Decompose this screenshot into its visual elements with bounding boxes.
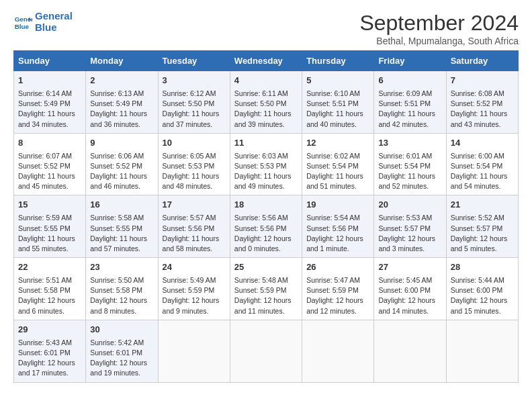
sunset: Sunset: 5:51 PM [378,99,431,107]
sunset: Sunset: 5:56 PM [163,224,215,232]
sunset: Sunset: 5:52 PM [90,162,142,170]
sunset: Sunset: 5:56 PM [306,224,359,232]
sunrise: Sunrise: 5:42 AM [90,338,144,347]
daylight: Daylight: 12 hours and 15 minutes. [451,296,508,314]
daylight: Daylight: 12 hours and 0 minutes. [234,234,292,253]
sunset: Sunset: 6:01 PM [18,349,71,357]
daylight: Daylight: 11 hours and 39 minutes. [234,109,292,128]
sunrise: Sunrise: 6:02 AM [306,152,360,160]
sunrise: Sunrise: 6:11 AM [234,89,288,97]
sunrise: Sunrise: 6:12 AM [163,89,216,97]
calendar-cell: 16Sunrise: 5:58 AMSunset: 5:55 PMDayligh… [86,195,158,258]
daylight: Daylight: 11 hours and 36 minutes. [90,109,147,128]
sunrise: Sunrise: 6:10 AM [306,89,360,97]
calendar-cell: 2Sunrise: 6:13 AMSunset: 5:49 PMDaylight… [86,71,158,134]
sunrise: Sunrise: 6:05 AM [163,152,216,160]
calendar-cell: 21Sunrise: 5:52 AMSunset: 5:57 PMDayligh… [446,195,518,258]
sunrise: Sunrise: 6:00 AM [451,152,504,160]
sunset: Sunset: 5:50 PM [163,99,215,107]
calendar-table: SundayMondayTuesdayWednesdayThursdayFrid… [13,50,519,383]
sunrise: Sunrise: 6:08 AM [451,89,504,97]
daylight: Daylight: 11 hours and 40 minutes. [306,109,363,128]
calendar-cell: 23Sunrise: 5:50 AMSunset: 5:58 PMDayligh… [86,258,158,320]
sunset: Sunset: 5:50 PM [234,99,287,107]
day-number: 30 [90,324,153,336]
title-block: September 2024 Bethal, Mpumalanga, South… [359,11,519,46]
sunset: Sunset: 5:54 PM [451,162,503,170]
day-number: 23 [90,261,153,274]
daylight: Daylight: 11 hours and 51 minutes. [306,172,363,190]
daylight: Daylight: 11 hours and 43 minutes. [451,109,508,128]
day-number: 15 [18,199,81,212]
calendar-cell: 22Sunrise: 5:51 AMSunset: 5:58 PMDayligh… [14,258,86,320]
calendar-cell: 11Sunrise: 6:03 AMSunset: 5:53 PMDayligh… [230,133,302,195]
daylight: Daylight: 11 hours and 34 minutes. [18,109,75,128]
daylight: Daylight: 12 hours and 1 minute. [306,234,363,253]
sunrise: Sunrise: 6:09 AM [378,89,432,97]
svg-text:Blue: Blue [15,22,30,30]
sunrise: Sunrise: 5:56 AM [234,214,288,222]
calendar-cell: 29Sunrise: 5:43 AMSunset: 6:01 PMDayligh… [14,320,86,382]
daylight: Daylight: 11 hours and 42 minutes. [378,109,435,128]
calendar-cell: 6Sunrise: 6:09 AMSunset: 5:51 PMDaylight… [374,71,446,134]
sunset: Sunset: 5:58 PM [90,286,142,294]
calendar-cell: 27Sunrise: 5:45 AMSunset: 6:00 PMDayligh… [374,258,446,320]
day-number: 25 [234,261,298,274]
calendar-cell: 17Sunrise: 5:57 AMSunset: 5:56 PMDayligh… [158,195,230,258]
day-number: 9 [90,137,153,150]
sunrise: Sunrise: 5:59 AM [18,214,72,222]
sunset: Sunset: 5:56 PM [234,224,287,232]
sunset: Sunset: 5:49 PM [90,99,142,107]
col-header-sunday: Sunday [14,51,86,71]
calendar-cell: 9Sunrise: 6:06 AMSunset: 5:52 PMDaylight… [86,133,158,195]
day-number: 13 [378,137,441,150]
calendar-cell: 25Sunrise: 5:48 AMSunset: 5:59 PMDayligh… [230,258,302,320]
day-number: 12 [306,137,369,150]
day-number: 7 [451,75,514,87]
sunset: Sunset: 5:55 PM [18,224,71,232]
calendar-cell: 26Sunrise: 5:47 AMSunset: 5:59 PMDayligh… [302,258,374,320]
calendar-cell: 20Sunrise: 5:53 AMSunset: 5:57 PMDayligh… [374,195,446,258]
daylight: Daylight: 12 hours and 6 minutes. [18,296,75,314]
sunset: Sunset: 5:54 PM [378,162,431,170]
daylight: Daylight: 11 hours and 48 minutes. [163,172,220,190]
calendar-cell [230,320,302,382]
sunset: Sunset: 5:54 PM [306,162,359,170]
col-header-monday: Monday [86,51,158,71]
daylight: Daylight: 11 hours and 55 minutes. [18,234,75,253]
daylight: Daylight: 11 hours and 57 minutes. [90,234,147,253]
day-number: 26 [306,261,369,274]
day-number: 28 [451,261,514,274]
day-number: 14 [451,137,514,150]
daylight: Daylight: 12 hours and 5 minutes. [451,234,508,253]
day-number: 16 [90,199,153,212]
sunrise: Sunrise: 6:03 AM [234,152,288,160]
sunrise: Sunrise: 5:49 AM [163,276,216,284]
day-number: 18 [234,199,298,212]
daylight: Daylight: 11 hours and 37 minutes. [163,109,220,128]
col-header-saturday: Saturday [446,51,518,71]
sunset: Sunset: 5:55 PM [90,224,142,232]
col-header-tuesday: Tuesday [158,51,230,71]
sunset: Sunset: 5:57 PM [378,224,431,232]
calendar-cell [374,320,446,382]
calendar-cell: 19Sunrise: 5:54 AMSunset: 5:56 PMDayligh… [302,195,374,258]
calendar-cell: 18Sunrise: 5:56 AMSunset: 5:56 PMDayligh… [230,195,302,258]
calendar-cell [302,320,374,382]
sunrise: Sunrise: 5:45 AM [378,276,432,284]
sunrise: Sunrise: 5:50 AM [90,276,144,284]
sunset: Sunset: 5:58 PM [18,286,71,294]
calendar-cell: 28Sunrise: 5:44 AMSunset: 6:00 PMDayligh… [446,258,518,320]
calendar-cell [158,320,230,382]
sunrise: Sunrise: 5:53 AM [378,214,432,222]
daylight: Daylight: 12 hours and 17 minutes. [18,359,75,377]
calendar-cell: 13Sunrise: 6:01 AMSunset: 5:54 PMDayligh… [374,133,446,195]
sunset: Sunset: 5:59 PM [306,286,359,294]
sunset: Sunset: 5:57 PM [451,224,503,232]
sunrise: Sunrise: 5:43 AM [18,338,72,347]
sunset: Sunset: 5:49 PM [18,99,71,107]
day-number: 20 [378,199,441,212]
sunset: Sunset: 5:53 PM [234,162,287,170]
calendar-cell: 3Sunrise: 6:12 AMSunset: 5:50 PMDaylight… [158,71,230,134]
sunrise: Sunrise: 5:57 AM [163,214,216,222]
